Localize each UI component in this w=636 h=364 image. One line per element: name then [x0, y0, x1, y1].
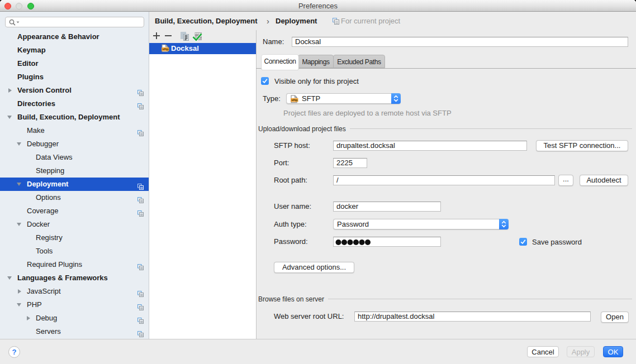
- svg-text:sftp: sftp: [291, 98, 298, 102]
- svg-text:sftp: sftp: [162, 47, 169, 51]
